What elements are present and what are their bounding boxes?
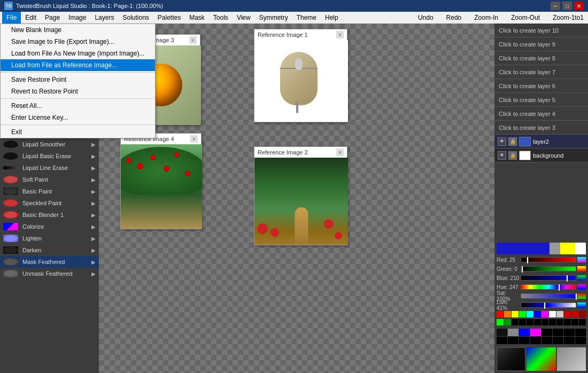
zoom-out-button[interactable]: Zoom-Out — [509, 13, 542, 22]
color-swatch-blue[interactable] — [497, 243, 550, 254]
swatch-red[interactable] — [497, 311, 504, 317]
brush-item-liquid-line-erase[interactable]: Liquid Line Erase ▶ — [0, 162, 99, 174]
swatch2-black5[interactable] — [575, 329, 586, 336]
swatch2-gray[interactable] — [508, 329, 519, 336]
swatch2-blue[interactable] — [519, 329, 530, 336]
brush-item-darken[interactable]: Darken ▶ — [0, 244, 99, 256]
swatch3-black4[interactable] — [530, 337, 541, 344]
color-hue-strip-hue[interactable] — [577, 284, 586, 290]
menu-item-solutions[interactable]: Solutions — [118, 12, 153, 24]
layer-lock-icon-layer2[interactable]: 🔒 — [508, 137, 517, 146]
big-swatch-dark[interactable] — [497, 347, 525, 371]
swatch-black5[interactable] — [541, 319, 548, 325]
color-hue-strip-lum[interactable] — [577, 302, 586, 308]
create-layer-9[interactable]: Click to create layer 9 — [494, 37, 588, 51]
menu-license-key[interactable]: Enter License Key... — [1, 112, 155, 123]
swatch3-black7[interactable] — [564, 337, 575, 344]
zoom-1to1-button[interactable]: Zoom-1to1 — [551, 13, 586, 22]
color-hue-strip-red[interactable] — [577, 257, 586, 262]
brush-item-lighten[interactable]: Lighten ▶ — [0, 232, 99, 244]
swatch-orange[interactable] — [504, 311, 511, 317]
create-layer-3[interactable]: Click to create layer 3 — [494, 121, 588, 135]
create-layer-4[interactable]: Click to create layer 4 — [494, 107, 588, 121]
color-swatch-white[interactable] — [575, 243, 586, 254]
swatch2-black2[interactable] — [541, 329, 552, 336]
swatch3-black8[interactable] — [575, 337, 586, 344]
menu-item-help[interactable]: Help — [321, 12, 343, 24]
menu-save-restore[interactable]: Save Restore Point — [1, 74, 155, 86]
create-layer-8[interactable]: Click to create layer 8 — [494, 51, 588, 65]
reference-image-4[interactable]: Reference Image 4 × — [120, 133, 202, 229]
color-green-slider[interactable] — [521, 266, 576, 271]
swatch-black3[interactable] — [527, 319, 533, 325]
swatch-darkred2[interactable] — [571, 311, 578, 317]
create-layer-6[interactable]: Click to create layer 6 — [494, 79, 588, 93]
create-layer-7[interactable]: Click to create layer 7 — [494, 65, 588, 79]
undo-button[interactable]: Undo — [416, 13, 436, 22]
brush-item-soft-paint[interactable]: Soft Paint ▶ — [0, 174, 99, 185]
menu-item-tools[interactable]: Tools — [209, 12, 233, 24]
create-layer-5[interactable]: Click to create layer 5 — [494, 93, 588, 107]
menu-item-mask[interactable]: Mask — [185, 12, 209, 24]
menu-reset-all[interactable]: Reset All... — [1, 100, 155, 112]
color-hue-slider[interactable] — [521, 284, 576, 290]
reference-image-1[interactable]: Reference Image 1 × — [254, 29, 347, 122]
menu-save-export[interactable]: Save Image to File (Export Image)... — [1, 36, 155, 48]
swatch-green[interactable] — [519, 311, 526, 317]
swatch3-black[interactable] — [497, 337, 507, 344]
color-hue-strip-blue[interactable] — [577, 275, 586, 281]
brush-item-unmask-feathered[interactable]: Unmask Feathered ▶ — [0, 268, 99, 279]
swatch-black10[interactable] — [579, 319, 586, 325]
create-layer-10[interactable]: Click to create layer 10 — [494, 24, 588, 37]
swatch3-black3[interactable] — [519, 337, 530, 344]
color-blue-slider[interactable] — [521, 275, 576, 281]
swatch-black[interactable] — [512, 319, 519, 325]
swatch-cyan[interactable] — [527, 311, 533, 317]
maximize-button[interactable]: □ — [562, 2, 572, 10]
swatch-black9[interactable] — [571, 319, 578, 325]
ref-close-4[interactable]: × — [190, 135, 198, 143]
swatch-black6[interactable] — [549, 319, 556, 325]
swatch3-black5[interactable] — [541, 337, 552, 344]
menu-revert-restore[interactable]: Revert to Restore Point — [1, 86, 155, 97]
layer-active-background[interactable]: 👁 🔒 background — [494, 149, 588, 162]
swatch-black2[interactable] — [519, 319, 526, 325]
zoom-in-button[interactable]: Zoom-In — [472, 13, 500, 22]
swatch-black8[interactable] — [564, 319, 571, 325]
menu-load-reference[interactable]: Load from File as Reference Image... — [1, 59, 155, 71]
layer-active-layer2[interactable]: 👁 🔒 layer2 — [494, 135, 588, 149]
reference-image-2[interactable]: Reference Image 2 × — [254, 146, 347, 245]
ref-close-2[interactable]: × — [336, 149, 344, 156]
swatch-white[interactable] — [549, 311, 556, 317]
color-swatch-yellow[interactable] — [560, 243, 575, 254]
swatch-yellow[interactable] — [512, 311, 519, 317]
big-swatch-spectrum[interactable] — [527, 347, 555, 371]
menu-item-image[interactable]: Image — [64, 12, 90, 24]
color-hue-strip-sat[interactable] — [577, 293, 586, 299]
swatch2-black[interactable] — [497, 329, 507, 336]
swatch-darkred[interactable] — [564, 311, 571, 317]
color-lum-slider[interactable] — [521, 302, 576, 308]
color-swatch-mid[interactable] — [550, 243, 560, 254]
brush-item-liquid-smoother[interactable]: Liquid Smoother ▶ — [0, 138, 99, 150]
menu-item-palettes[interactable]: Palettes — [153, 12, 185, 24]
menu-item-file[interactable]: File — [2, 12, 21, 24]
redo-button[interactable]: Redo — [444, 13, 464, 22]
swatch-blue[interactable] — [534, 311, 541, 317]
menu-exit[interactable]: Exit — [1, 126, 155, 138]
swatch-darkred3[interactable] — [579, 311, 586, 317]
swatch3-black2[interactable] — [508, 337, 519, 344]
color-red-slider[interactable] — [521, 257, 576, 262]
menu-item-view[interactable]: View — [233, 12, 255, 24]
menu-item-edit[interactable]: Edit — [21, 12, 41, 24]
menu-item-layers[interactable]: Layers — [90, 12, 118, 24]
swatch2-black4[interactable] — [564, 329, 575, 336]
swatch2-black3[interactable] — [553, 329, 563, 336]
menu-load-import[interactable]: Load from File As New Image (Import Imag… — [1, 48, 155, 59]
ref-close-1[interactable]: × — [336, 31, 344, 38]
minimize-button[interactable]: ─ — [551, 2, 560, 10]
brush-item-speckled-paint[interactable]: Speckled Paint ▶ — [0, 197, 99, 209]
close-button[interactable]: ✕ — [574, 2, 584, 10]
ref-close-3[interactable]: × — [189, 36, 197, 44]
brush-item-basic-blender[interactable]: Basic Blender 1 ▶ — [0, 209, 99, 221]
